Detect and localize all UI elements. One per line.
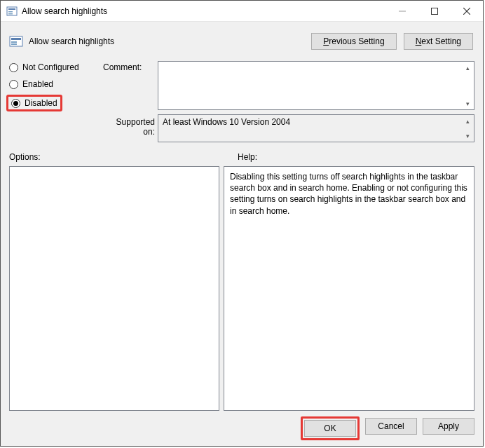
options-label: Options: <box>9 152 238 162</box>
options-pane <box>9 166 219 411</box>
help-label: Help: <box>238 152 257 162</box>
supported-on-value: At least Windows 10 Version 2004 <box>163 117 290 127</box>
cancel-button[interactable]: Cancel <box>365 418 417 435</box>
svg-rect-1 <box>8 8 15 10</box>
svg-rect-5 <box>432 8 438 14</box>
supported-on-field: At least Windows 10 Version 2004 ▴▾ <box>158 114 474 142</box>
help-pane: Disabling this setting turns off search … <box>224 166 474 411</box>
policy-title: Allow search highlights <box>29 36 114 46</box>
scroll-down-icon: ▾ <box>462 130 474 142</box>
radio-icon <box>9 63 18 72</box>
scrollbar[interactable]: ▴▾ <box>462 115 474 142</box>
radio-disabled[interactable]: Disabled <box>6 95 62 111</box>
svg-rect-11 <box>11 43 17 45</box>
scroll-up-icon: ▴ <box>462 115 474 127</box>
titlebar: Allow search highlights <box>1 1 483 22</box>
svg-rect-3 <box>8 13 13 15</box>
policy-editor-window: Allow search highlights Allow search hig… <box>0 0 484 447</box>
radio-icon <box>9 80 18 89</box>
maximize-button[interactable] <box>418 1 451 22</box>
help-text: Disabling this setting turns off search … <box>230 172 467 216</box>
minimize-button[interactable] <box>386 1 418 22</box>
scroll-up-icon: ▴ <box>462 62 474 74</box>
ok-button[interactable]: OK <box>304 420 356 437</box>
window-title: Allow search highlights <box>22 6 107 16</box>
policy-icon <box>9 34 23 48</box>
ok-highlight: OK <box>301 416 360 440</box>
radio-icon <box>11 99 20 108</box>
close-button[interactable] <box>451 1 483 22</box>
svg-rect-10 <box>11 41 17 43</box>
scroll-down-icon: ▾ <box>462 97 474 109</box>
radio-label: Disabled <box>25 98 57 108</box>
svg-rect-9 <box>11 38 21 40</box>
comment-label: Comment: <box>103 61 155 72</box>
comment-field[interactable]: ▴▾ <box>158 61 474 110</box>
scrollbar[interactable]: ▴▾ <box>462 62 474 109</box>
svg-rect-2 <box>8 11 13 13</box>
apply-button[interactable]: Apply <box>423 418 474 435</box>
radio-label: Not Configured <box>22 62 79 72</box>
previous-setting-button[interactable]: Previous Setting <box>311 33 396 50</box>
next-setting-button[interactable]: Next Setting <box>404 33 473 50</box>
supported-on-label: Supported on: <box>103 110 155 137</box>
radio-enabled[interactable]: Enabled <box>9 79 100 89</box>
radio-not-configured[interactable]: Not Configured <box>9 62 100 72</box>
policy-app-icon <box>6 6 18 17</box>
radio-label: Enabled <box>22 79 53 89</box>
